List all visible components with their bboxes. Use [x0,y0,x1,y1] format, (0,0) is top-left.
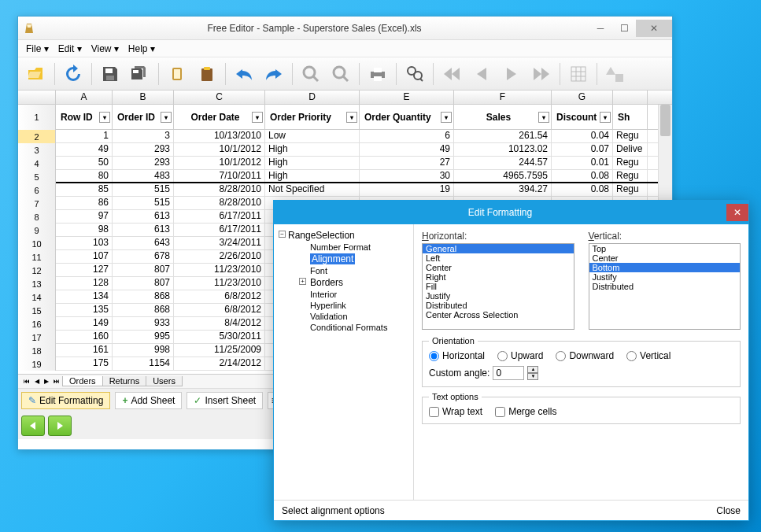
tree-item-conditional[interactable]: Conditional Formats [277,322,410,333]
cell[interactable]: 10/1/2012 [174,143,265,156]
cell[interactable]: 86 [56,197,113,209]
row-header[interactable]: 4 [18,157,56,170]
list-item[interactable]: Justify [589,272,741,282]
cell[interactable]: 483 [113,170,174,182]
row-header[interactable]: 2 [18,130,56,143]
cell[interactable]: 6/8/2012 [174,304,265,316]
cell[interactable]: 49 [56,143,113,156]
row-header[interactable]: 15 [18,304,56,317]
paste-icon[interactable] [194,61,220,87]
table-row[interactable]: 5804837/10/2011High304965.75950.08Regu [18,170,672,183]
cell[interactable]: 8/28/2010 [174,183,265,196]
cell[interactable]: 995 [113,331,174,343]
list-item[interactable]: Justify [423,291,574,301]
header-cell[interactable]: Sh [613,105,648,130]
list-item[interactable]: Bottom [589,263,741,272]
row-header[interactable]: 6 [18,183,56,197]
merge-cells-checkbox[interactable]: Merge cells [495,406,556,417]
zoom-in-icon[interactable] [297,61,324,87]
cell[interactable]: 30 [360,170,454,182]
last-icon[interactable] [528,61,555,87]
filter-dropdown-icon[interactable]: ▾ [600,112,611,123]
row-header[interactable]: 14 [18,290,56,304]
cell[interactable]: 27 [360,157,454,169]
cell[interactable]: 8/28/2010 [174,197,265,209]
shapes-icon[interactable] [602,61,629,87]
row-header[interactable]: 7 [18,197,56,210]
cell[interactable]: 10123.02 [454,143,552,156]
prev-icon[interactable] [468,61,495,87]
sheet-tab-returns[interactable]: Returns [102,376,147,386]
cell[interactable]: 0.08 [552,183,613,196]
tab-next-icon[interactable]: ▶ [42,378,51,385]
cell[interactable]: 97 [56,210,113,223]
vertical-listbox[interactable]: Top Center Bottom Justify Distributed [589,243,741,330]
dialog-close-link[interactable]: Close [716,505,741,516]
header-cell[interactable]: Order Priority▾ [265,105,360,130]
tree-item-borders[interactable]: +Borders [277,276,410,289]
menu-file[interactable]: File ▾ [21,42,54,56]
radio-horizontal[interactable]: Horizontal [429,350,485,361]
tab-prev-icon[interactable]: ◀ [32,378,42,385]
col-header[interactable]: A [56,91,113,104]
table-row[interactable]: 6855158/28/2010Not Specified19394.270.08… [18,183,672,197]
radio-vertical[interactable]: Vertical [626,350,670,361]
row-header[interactable]: 19 [18,357,56,371]
add-sheet-button[interactable]: +Add Sheet [115,392,182,409]
tree-item-validation[interactable]: Validation [277,311,410,322]
dialog-close-button[interactable]: ✕ [726,204,748,221]
col-header[interactable]: C [174,91,265,104]
cell[interactable]: 0.01 [552,157,613,169]
cell[interactable]: 11/23/2010 [174,264,265,276]
row-header[interactable]: 12 [18,264,56,277]
list-item[interactable]: Center [589,253,741,263]
cell[interactable]: 134 [56,290,113,303]
col-header[interactable]: G [552,91,613,104]
col-header[interactable] [613,91,648,104]
tab-first-icon[interactable]: ⏮ [21,378,32,385]
filter-dropdown-icon[interactable]: ▾ [252,112,263,123]
cell[interactable]: High [265,170,360,182]
tree-item-number-format[interactable]: Number Format [277,242,410,253]
cell[interactable]: 6/17/2011 [174,224,265,236]
list-item[interactable]: Distributed [589,282,741,291]
zoom-out-icon[interactable] [327,61,354,87]
cell[interactable]: 261.54 [454,130,552,142]
table-row[interactable]: 45029310/1/2012High27244.570.01Regu [18,157,672,170]
menu-help[interactable]: Help ▾ [124,42,160,56]
cell[interactable]: Regu [613,130,648,142]
cell[interactable]: 868 [113,290,174,303]
filter-dropdown-icon[interactable]: ▾ [538,112,549,123]
expand-icon[interactable]: + [299,278,306,285]
open-icon[interactable] [23,61,50,87]
cell[interactable]: 128 [56,277,113,290]
cell[interactable]: 0.04 [552,130,613,142]
cell[interactable]: 998 [113,344,174,357]
cell[interactable]: 10/1/2012 [174,157,265,169]
cell[interactable]: 127 [56,264,113,276]
row-header[interactable]: 16 [18,317,56,331]
row-header[interactable]: 18 [18,344,56,357]
cell[interactable]: Low [265,130,360,142]
print-icon[interactable] [364,61,391,87]
header-cell[interactable]: Discount▾ [552,105,613,130]
cell[interactable]: 160 [56,331,113,343]
cell[interactable]: Regu [613,157,648,169]
cell[interactable]: 2/26/2010 [174,250,265,263]
header-cell[interactable]: Order ID▾ [113,105,174,130]
cell[interactable]: High [265,143,360,156]
cell[interactable]: 103 [56,237,113,249]
cell[interactable]: 613 [113,210,174,223]
cell[interactable]: 4965.7595 [454,170,552,182]
cell[interactable]: 244.57 [454,157,552,169]
cell[interactable]: 613 [113,224,174,236]
table-row[interactable]: 34929310/1/2012High4910123.020.07Delive [18,143,672,157]
col-header[interactable]: B [113,91,174,104]
save-all-icon[interactable] [127,61,153,87]
row-header[interactable]: 3 [18,143,56,157]
grid-icon[interactable] [565,61,592,87]
next-icon[interactable] [498,61,525,87]
cell[interactable]: 10/13/2010 [174,130,265,142]
minimize-button[interactable]: ─ [589,20,612,37]
cell[interactable]: 3 [113,130,174,142]
